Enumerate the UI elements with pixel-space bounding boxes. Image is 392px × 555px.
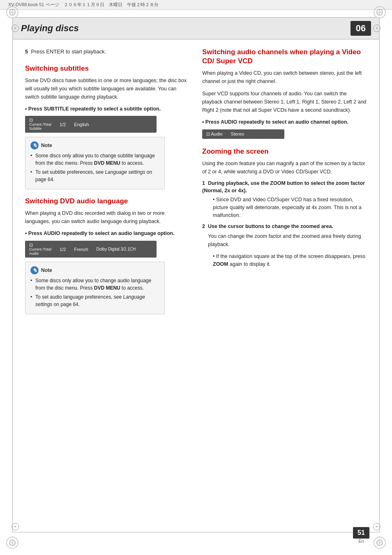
- reg-mark-tl: [12, 25, 19, 32]
- header-bar: XV-DV88.book 51 ページ ２０６年１１月９日 木曜日 午後２時２８…: [0, 0, 392, 10]
- audio-channels-display-icon: ⊡: [206, 131, 210, 136]
- dvd-audio-display-box: ⊡ Current /Total Audio 1/2 French Dolby …: [25, 241, 157, 258]
- page-number: 51: [357, 529, 365, 537]
- zooming-step-2-subbullet: If the navigation square at the top of t…: [208, 253, 367, 268]
- section-zooming-screen: Zooming the screen Using the zoom featur…: [202, 147, 367, 268]
- subtitle-display-lang: English: [74, 122, 89, 127]
- subtitle-display-label: ⊡ Current /Total Subtitle: [29, 118, 51, 131]
- corner-deco-tr: [374, 6, 386, 18]
- audio-channels-body2: Super VCD supports four channels of audi…: [202, 90, 367, 114]
- subtitle-note-label: Note: [41, 143, 52, 148]
- audio-channels-instruction: Press AUDIO repeatedly to select an audi…: [202, 118, 367, 126]
- page-number-box: 51: [353, 527, 369, 539]
- left-column: 5 Press ENTER to start playback. Switchi…: [25, 48, 190, 520]
- dvd-audio-note-item-2: To set audio language preferences, see L…: [30, 293, 159, 308]
- subtitle-display-icon: ⊡: [29, 118, 51, 122]
- audio-channels-display-box: ⊡ Audio Stereo: [202, 129, 284, 139]
- dvd-audio-note-icon: ✎: [30, 266, 39, 274]
- corner-deco-bl: [6, 537, 18, 549]
- subtitle-note-header: ✎ Note: [30, 141, 159, 150]
- reg-mark-bl: [12, 523, 19, 530]
- dvd-audio-display-label-top: Current /Total: [29, 248, 51, 251]
- corner-deco-br: [374, 537, 386, 549]
- dvd-audio-display-icon: ⊡: [29, 243, 51, 247]
- chapter-number: 06: [350, 21, 371, 36]
- zooming-step-2: 2 Use the cursor buttons to change the z…: [202, 223, 367, 268]
- subtitle-display-value: 1/2: [60, 122, 66, 127]
- zooming-section-title: Zooming the screen: [202, 147, 367, 156]
- dvd-audio-display-label-bottom: Audio: [29, 252, 51, 256]
- audio-channels-body1: When playing a Video CD, you can switch …: [202, 69, 367, 85]
- dvd-audio-note-box: ✎ Note Some discs only allow you to chan…: [25, 262, 165, 314]
- section-switching-audio-channels: Switching audio channels when playing a …: [202, 48, 367, 139]
- zooming-step-1: 1 During playback, use the ZOOM button t…: [202, 180, 367, 219]
- dvd-audio-display-format: Dolby Digital 3/2.1CH: [97, 247, 136, 251]
- zooming-step-1-detail: Since DVD and Video CD/Super VCD has a f…: [202, 196, 367, 219]
- subtitle-note-icon: ✎: [30, 141, 39, 150]
- zooming-step-2-detail: If the navigation square at the top of t…: [202, 253, 367, 268]
- dvd-audio-note-header: ✎ Note: [30, 266, 159, 274]
- corner-deco-tl: [6, 6, 18, 18]
- step-5-number: 5: [25, 48, 28, 55]
- audio-channels-display-value: Stereo: [231, 131, 244, 136]
- subtitle-section-title: Switching subtitles: [25, 64, 190, 73]
- subtitle-note-list: Some discs only allow you to change subt…: [30, 152, 159, 183]
- section-switching-subtitles: Switching subtitles Some DVD discs have …: [25, 64, 190, 190]
- audio-channels-display-label-bottom: Audio: [211, 131, 222, 136]
- zooming-body: Using the zoom feature you can magnify a…: [202, 159, 367, 176]
- dvd-audio-display-label: ⊡ Current /Total Audio: [29, 243, 51, 256]
- zooming-step-2-instruction: 2 Use the cursor buttons to change the z…: [202, 223, 367, 230]
- subtitle-instruction: Press SUBTITLE repeatedly to select a su…: [25, 105, 190, 113]
- zooming-step-1-subbullet: Since DVD and Video CD/Super VCD has a f…: [208, 196, 367, 219]
- subtitle-display-box: ⊡ Current /Total Subtitle 1/2 English: [25, 116, 157, 133]
- dvd-audio-note-label: Note: [41, 267, 52, 273]
- header-text: XV-DV88.book 51 ページ ２０６年１１月９日 木曜日 午後２時２８…: [8, 2, 159, 8]
- subtitle-display-label-bottom: Subtitle: [29, 127, 51, 131]
- dvd-audio-note-item-1: Some discs only allow you to change audi…: [30, 277, 159, 292]
- reg-mark-br: [373, 523, 380, 530]
- chapter-title: Playing discs: [21, 23, 79, 34]
- dvd-audio-display-value: 1/2: [60, 247, 66, 252]
- subtitle-body: Some DVD discs have subtitles in one or …: [25, 76, 190, 101]
- dvd-audio-body: When playing a DVD disc recorded with di…: [25, 209, 190, 226]
- dvd-audio-note-list: Some discs only allow you to change audi…: [30, 277, 159, 308]
- reg-mark-tr: [373, 25, 380, 32]
- zooming-step-1-instruction: 1 During playback, use the ZOOM button t…: [202, 180, 367, 194]
- zooming-step-2-body: You can change the zoom factor and the z…: [202, 232, 367, 249]
- audio-channels-display-label: ⊡ Audio: [206, 131, 223, 137]
- zooming-step-2-number: 2: [202, 223, 205, 229]
- step-5: 5 Press ENTER to start playback.: [25, 48, 190, 56]
- subtitle-note-item-2: To set subtitle preferences, see Languag…: [30, 168, 159, 183]
- dvd-audio-display-lang: French: [74, 247, 88, 252]
- zooming-step-1-number: 1: [202, 180, 205, 186]
- subtitle-note-box: ✎ Note Some discs only allow you to chan…: [25, 137, 165, 189]
- main-content: 5 Press ENTER to start playback. Switchi…: [12, 39, 380, 532]
- page-lang-label: En: [359, 539, 364, 543]
- dvd-audio-section-title: Switching DVD audio language: [25, 197, 190, 206]
- subtitle-note-item-1: Some discs only allow you to change subt…: [30, 152, 159, 167]
- subtitle-display-label-top: Current /Total: [29, 123, 51, 127]
- audio-channels-section-title: Switching audio channels when playing a …: [202, 48, 367, 66]
- section-switching-dvd-audio: Switching DVD audio language When playin…: [25, 197, 190, 314]
- step-5-text: Press ENTER to start playback.: [31, 48, 106, 55]
- dvd-audio-instruction: Press AUDIO repeatedly to select an audi…: [25, 230, 190, 237]
- right-column: Switching audio channels when playing a …: [202, 48, 367, 520]
- title-banner: Playing discs 06: [12, 17, 380, 39]
